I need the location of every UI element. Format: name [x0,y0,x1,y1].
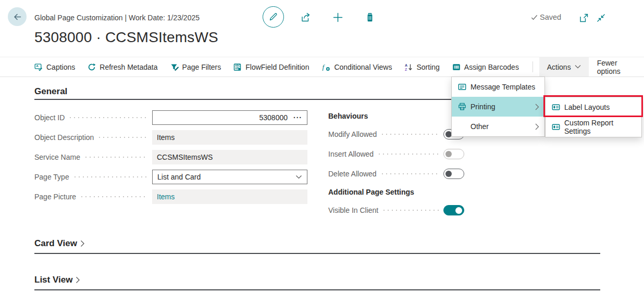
section-heading-general[interactable]: General [34,86,67,97]
group-heading-additional-page-settings: Additional Page Settings [328,188,414,196]
section-label: General [34,86,67,97]
field-service-name: Service Name CCSMSItemsWS [34,150,307,164]
plus-icon [332,12,343,23]
field-label: Page Type [34,173,69,181]
group-heading-behaviours: Behaviours [328,112,368,120]
section-label: Card View [34,238,77,249]
svg-text:Z: Z [405,68,407,71]
dotted-leader [97,136,148,138]
menu-item-custom-report-settings[interactable]: Custom Report Settings [546,117,641,137]
page-picture-link[interactable]: Items [157,193,175,201]
page: Global Page Customization | Work Date: 1… [0,0,644,306]
field-page-type: Page Type List and Card [34,170,307,184]
collapse-window-button[interactable] [594,11,608,24]
toolbar-label: Assign Barcodes [464,63,519,71]
toolbar-label: Sorting [416,63,439,71]
message-templates-icon [458,83,466,91]
trash-icon [365,12,375,23]
fewer-options-label: Fewer options [597,59,636,75]
menu-item-label-layouts[interactable]: Label Layouts [546,97,641,117]
toggle-row-delete-allowed: Delete Allowed [328,168,464,180]
field-value: 5308000 [259,113,288,122]
toggle-knob [445,171,452,177]
field-label: Visible In Client [328,206,378,214]
delete-allowed-toggle[interactable] [443,169,464,179]
share-icon [300,11,311,23]
refresh-icon [88,63,96,71]
service-name-field: CCSMSItemsWS [152,150,307,164]
toggle-row-visible-in-client: Visible In Client [328,205,464,216]
toolbar-item-conditional-views[interactable]: f Conditional Views [321,57,392,76]
icon-spacer [458,122,466,131]
section-heading-card-view[interactable]: Card View [34,238,85,249]
function-icon: f [321,62,330,71]
pencil-icon [268,12,278,22]
field-page-picture: Page Picture Items [34,189,307,204]
object-id-input[interactable]: 5308000 ··· [152,110,307,125]
chevron-right-icon [80,240,85,247]
delete-button[interactable] [363,10,377,24]
field-label: Page Picture [34,193,76,201]
dotted-leader [380,173,439,175]
menu-item-printing[interactable]: Printing [452,97,544,117]
menu-item-other[interactable]: Other [452,117,544,136]
fewer-options-button[interactable]: Fewer options [589,57,644,76]
share-button[interactable] [299,10,312,24]
chevron-down-icon [575,65,581,69]
toggle-row-insert-allowed: Insert Allowed [328,148,464,160]
toolbar-item-captions[interactable]: Captions [34,57,75,76]
menu-item-label: Other [470,122,489,131]
page-type-select[interactable]: List and Card [152,170,307,184]
toolbar-item-refresh-metadata[interactable]: Refresh Metadata [88,57,157,76]
actions-menu-button[interactable]: Actions [539,57,589,76]
toolbar-item-assign-barcodes[interactable]: Assign Barcodes [452,57,519,76]
field-object-id: Object ID 5308000 ··· [34,110,307,125]
visible-in-client-toggle[interactable] [443,205,464,215]
field-label: Insert Allowed [328,150,374,158]
svg-text:A: A [405,63,407,67]
open-in-new-window-button[interactable] [577,11,590,24]
printer-icon [458,103,466,111]
report-layout-icon [552,123,560,131]
object-description-field: Items [152,130,307,145]
dotted-leader [382,209,439,211]
menu-item-label: Printing [470,103,495,111]
toggle-knob [455,207,462,214]
field-label: Delete Allowed [328,170,377,178]
field-object-description: Object Description Items [34,130,307,145]
toolbar-separator [532,61,533,72]
field-value: CCSMSItemsWS [157,153,213,161]
section-label: List View [34,275,72,285]
new-record-button[interactable] [331,10,344,24]
svg-text:f: f [323,63,326,71]
assist-edit-button[interactable]: ··· [293,113,302,122]
save-status: Saved [530,13,561,21]
section-divider [34,253,600,254]
dotted-leader [68,117,148,119]
actions-dropdown-menu: Message Templates Printing Other [451,76,545,137]
actions-label: Actions [547,63,571,71]
field-label: Object ID [34,113,65,122]
toolbar-item-sorting[interactable]: AZ Sorting [404,57,439,76]
chevron-right-icon [535,123,539,130]
edit-button[interactable] [263,6,284,28]
toolbar-item-page-filters[interactable]: Page Filters [170,57,221,76]
chevron-right-icon [535,104,539,110]
toolbar-label: Page Filters [182,63,221,71]
section-divider [34,289,600,290]
flowfield-icon: ABCAB [233,63,242,71]
toolbar-label: Conditional Views [334,63,392,71]
field-label: Modify Allowed [328,130,377,138]
menu-item-label: Custom Report Settings [564,119,636,135]
popout-icon [578,12,589,23]
field-label: Object Description [34,133,94,142]
toolbar-item-flowfield-definition[interactable]: ABCAB FlowField Definition [233,57,309,76]
section-heading-list-view[interactable]: List View [34,275,80,285]
printing-submenu: Label Layouts Custom Report Settings [545,97,642,137]
field-value: Items [157,133,175,142]
menu-item-message-templates[interactable]: Message Templates [452,77,544,97]
menu-item-label: Label Layouts [564,103,610,111]
toggle-knob [445,151,452,157]
captions-icon [34,63,43,71]
back-button[interactable] [8,7,27,26]
